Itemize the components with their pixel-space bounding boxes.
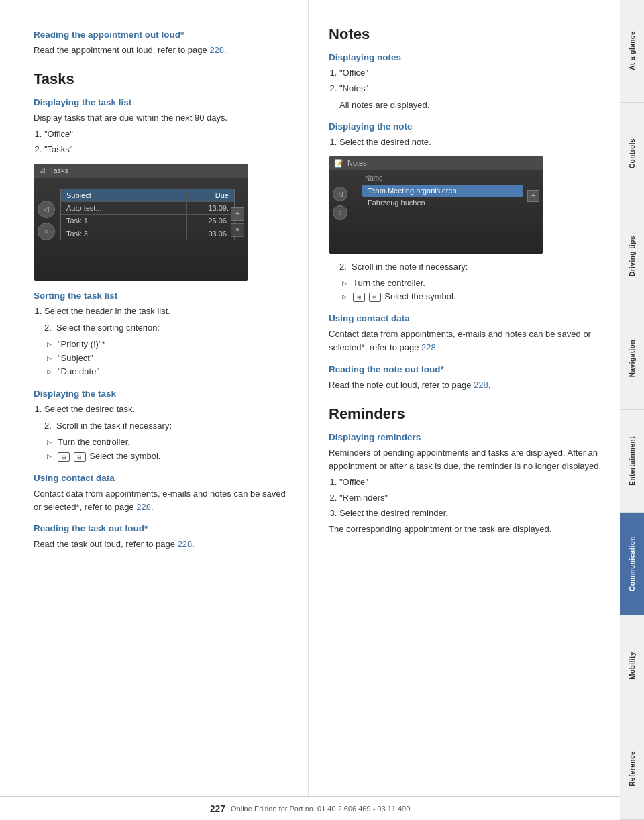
left-column: Reading the appointment out loud* Read t…	[0, 0, 309, 796]
symbol-icon-1: ⊞	[58, 452, 70, 462]
task-screen-titlebar: ☑ Tasks	[34, 164, 248, 178]
reading-note-loud-body: Read the note out loud, refer to page 22…	[329, 378, 606, 392]
task-row-1: Auto test... 13.09.	[61, 201, 234, 214]
sorting-task-list-title: Sorting the task list	[34, 291, 288, 301]
note-loud-link[interactable]: 228	[474, 380, 488, 390]
displaying-task-list-body: Display tasks that are due within the ne…	[34, 111, 288, 125]
task-icon: ☑	[39, 166, 46, 175]
notes-section: Notes Displaying notes "Office" "Notes" …	[329, 25, 606, 392]
displaying-task-list-title: Displaying the task list	[34, 97, 288, 107]
footer: 227 Online Edition for Part no. 01 40 2 …	[0, 796, 620, 820]
sidebar-item-controls[interactable]: Controls	[620, 103, 644, 205]
displaying-task-list-steps: "Office" "Tasks"	[44, 127, 288, 157]
note-scroll-bullets: Turn the controller. ⊞ ⊟ Select the symb…	[342, 276, 606, 305]
task-table: Subject Due Auto test... 13.09.	[60, 189, 235, 240]
sidebar-label-communication: Communication	[629, 536, 636, 591]
tasks-section: Tasks Displaying the task list Display t…	[34, 70, 288, 551]
page-number: 227	[210, 803, 225, 814]
using-contact-data-left-section: Using contact data Contact data from app…	[34, 473, 288, 514]
displaying-reminders-section: Displaying reminders Reminders of pendin…	[329, 432, 606, 537]
sidebar-label-navigation: Navigation	[629, 340, 636, 377]
sidebar-item-reference[interactable]: Reference	[620, 717, 644, 820]
reminders-section: Reminders Displaying reminders Reminders…	[329, 405, 606, 537]
sidebar-item-mobility[interactable]: Mobility	[620, 615, 644, 718]
sorting-due-date: "Due date"	[47, 365, 288, 379]
note-select-symbol: ⊞ ⊟ Select the symbol.	[342, 290, 606, 304]
reading-task-loud-title: Reading the task out loud*	[34, 523, 288, 533]
notes-step-office: "Office"	[339, 66, 606, 81]
sorting-step-1: Select the header in the task list.	[44, 305, 288, 319]
sidebar-label-at-a-glance: At a glance	[629, 31, 636, 70]
reminder-step-2: "Reminders"	[339, 491, 606, 505]
using-contact-data-right-title: Using contact data	[329, 313, 606, 323]
task-row-3: Task 3 03.06.	[61, 227, 234, 240]
step-office: "Office"	[44, 127, 288, 142]
sidebar-item-at-a-glance[interactable]: At a glance	[620, 0, 644, 103]
reading-note-loud-section: Reading the note out loud* Read the note…	[329, 364, 606, 392]
reading-note-loud-title: Reading the note out loud*	[329, 364, 606, 374]
symbol-icon-2: ⊟	[74, 452, 86, 462]
screen-ok-ctrl: ○	[38, 223, 55, 240]
notes-screen-title: Notes	[347, 159, 367, 167]
reminders-title: Reminders	[329, 405, 606, 423]
displaying-reminders-title: Displaying reminders	[329, 432, 606, 442]
notes-name-label: Name	[362, 174, 523, 182]
notes-title: Notes	[329, 25, 606, 43]
displaying-reminders-steps: "Office" "Reminders" Select the desired …	[339, 476, 606, 520]
task-table-header: Subject Due	[61, 189, 234, 201]
displaying-note-steps: Select the desired note.	[339, 136, 606, 150]
notes-plus-btn: +	[527, 190, 539, 202]
sidebar-item-driving-tips[interactable]: Driving tips	[620, 205, 644, 308]
displaying-task-section: Displaying the task Select the desired t…	[34, 389, 288, 464]
screen-left-ctrl: ◁	[38, 201, 55, 218]
note-turn-controller: Turn the controller.	[342, 276, 606, 291]
reading-task-loud-body: Read the task out loud, refer to page 22…	[34, 537, 288, 551]
col-subject-header: Subject	[61, 189, 187, 201]
sorting-step-2-label: 2. Select the sorting criterion:	[44, 321, 288, 335]
sidebar-item-communication[interactable]: Communication	[620, 513, 644, 615]
footer-text: Online Edition for Part no. 01 40 2 606 …	[231, 805, 410, 813]
displaying-task-bullets: Turn the controller. ⊞ ⊟ Select the symb…	[47, 435, 288, 464]
sidebar-label-driving-tips: Driving tips	[629, 236, 636, 276]
sidebar-item-navigation[interactable]: Navigation	[620, 307, 644, 410]
displaying-task-steps: Select the desired task.	[44, 403, 288, 417]
using-contact-data-left-body: Contact data from appointments, e-mails …	[34, 487, 288, 514]
reading-appointment-section: Reading the appointment out loud* Read t…	[34, 30, 288, 57]
displaying-note-title: Displaying the note	[329, 121, 606, 132]
notes-step-notes: "Notes"	[339, 82, 606, 96]
reading-appointment-link[interactable]: 228	[209, 45, 224, 55]
col-due-header: Due	[187, 189, 234, 201]
task-select-symbol: ⊞ ⊟ Select the symbol.	[47, 450, 288, 464]
sorting-priority: "Priority (!)"*	[47, 338, 288, 352]
using-contact-data-left-title: Using contact data	[34, 473, 288, 483]
sorting-bullets: "Priority (!)"* "Subject" "Due date"	[47, 338, 288, 379]
step-tasks: "Tasks"	[44, 143, 288, 157]
sorting-task-list-section: Sorting the task list Select the header …	[34, 291, 288, 379]
displaying-notes-result: All notes are displayed.	[339, 99, 606, 112]
notes-screen: 📝 Notes Name Team Meeting organisieren F…	[329, 156, 543, 254]
note-step-2-label: 2. Scroll in the note if necessary:	[339, 260, 606, 274]
notes-ok-ctrl: ○	[333, 205, 347, 220]
reading-appointment-body: Read the appointment out loud, refer to …	[34, 44, 288, 57]
displaying-reminders-result: The corresponding appointment or the tas…	[329, 523, 606, 536]
task-row-2: Task 1 26.06.	[61, 214, 234, 227]
note-step-1: Select the desired note.	[339, 136, 606, 150]
displaying-notes-steps: "Office" "Notes"	[339, 66, 606, 96]
sorting-steps: Select the header in the task list.	[44, 305, 288, 319]
sidebar-label-entertainment: Entertainment	[629, 436, 636, 486]
contact-data-left-link[interactable]: 228	[136, 502, 151, 512]
note-symbol-icon-1: ⊞	[353, 293, 365, 302]
task-loud-link[interactable]: 228	[178, 539, 193, 549]
using-contact-data-right-section: Using contact data Contact data from app…	[329, 313, 606, 354]
notes-screen-titlebar: 📝 Notes	[329, 156, 543, 170]
sidebar-label-controls: Controls	[629, 138, 636, 168]
tasks-title: Tasks	[34, 70, 288, 88]
task-turn-controller: Turn the controller.	[47, 435, 288, 450]
sidebar-item-entertainment[interactable]: Entertainment	[620, 410, 644, 513]
screen-menu-btn: ≡	[231, 223, 244, 237]
displaying-task-step-2-label: 2. Scroll in the task if necessary:	[44, 419, 288, 433]
screen-plus-btn: +	[231, 207, 244, 221]
contact-data-right-link[interactable]: 228	[421, 342, 436, 352]
notes-icon: 📝	[334, 159, 343, 168]
displaying-task-title: Displaying the task	[34, 389, 288, 399]
